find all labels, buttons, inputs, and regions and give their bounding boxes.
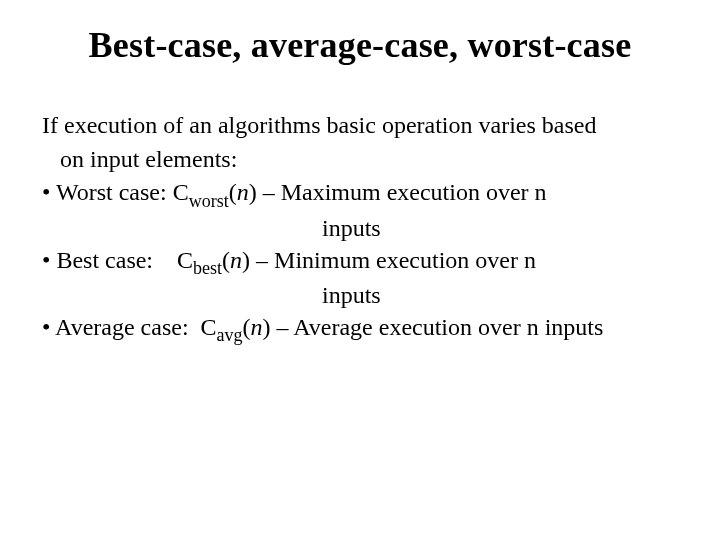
bullet-worst-desc-cont: inputs — [42, 213, 678, 245]
bullet-best-case: • Best case: Cbest(n) – Minimum executio… — [42, 245, 678, 281]
subscript-worst: worst — [189, 191, 229, 211]
bullet-worst-label: • Worst case: C — [42, 179, 189, 205]
lparen: ( — [243, 314, 251, 340]
lparen: ( — [229, 179, 237, 205]
lparen: ( — [222, 247, 230, 273]
subscript-avg: avg — [217, 325, 243, 345]
n-italic: n — [230, 247, 242, 273]
slide-title: Best-case, average-case, worst-case — [42, 24, 678, 66]
bullet-best-label: • Best case: C — [42, 247, 193, 273]
bullet-avg-label: • Average case: C — [42, 314, 217, 340]
subscript-best: best — [193, 258, 222, 278]
bullet-avg-desc: ) – Average execution over n inputs — [263, 314, 604, 340]
bullet-average-case: • Average case: Cavg(n) – Average execut… — [42, 312, 678, 348]
bullet-best-desc: ) – Minimum execution over n — [242, 247, 536, 273]
n-italic: n — [237, 179, 249, 205]
intro-line-1: If execution of an algorithms basic oper… — [42, 110, 678, 142]
slide: Best-case, average-case, worst-case If e… — [0, 0, 720, 540]
n-italic: n — [251, 314, 263, 340]
slide-body: If execution of an algorithms basic oper… — [42, 110, 678, 347]
bullet-best-desc-cont: inputs — [42, 280, 678, 312]
bullet-worst-case: • Worst case: Cworst(n) – Maximum execut… — [42, 177, 678, 213]
intro-line-2: on input elements: — [42, 144, 678, 176]
bullet-worst-desc: ) – Maximum execution over n — [249, 179, 547, 205]
